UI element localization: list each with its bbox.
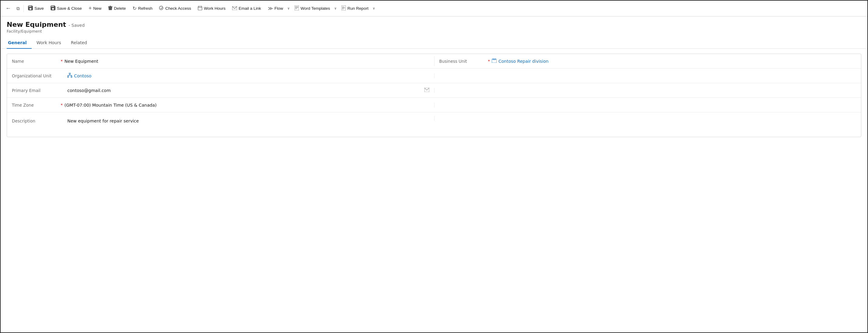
check-access-icon xyxy=(159,6,164,11)
word-templates-button[interactable]: Word Templates xyxy=(291,4,333,13)
run-report-label: Run Report xyxy=(347,6,368,11)
save-button[interactable]: Save xyxy=(25,4,47,13)
word-templates-button-group: Word Templates ∨ xyxy=(291,4,338,13)
run-report-button-group: Run Report ∨ xyxy=(339,4,376,13)
run-report-icon xyxy=(342,5,346,11)
org-unit-icon xyxy=(67,73,72,79)
svg-rect-18 xyxy=(71,76,72,78)
time-zone-label: Time Zone xyxy=(12,103,61,108)
tabs: General Work Hours Related xyxy=(1,35,867,49)
business-unit-icon xyxy=(492,59,497,64)
org-unit-value[interactable]: Contoso xyxy=(74,73,429,78)
flow-icon: ≫ xyxy=(268,5,273,11)
save-close-icon xyxy=(51,5,56,11)
svg-rect-17 xyxy=(67,76,68,78)
check-access-button[interactable]: Check Access xyxy=(156,4,194,13)
run-report-caret-button[interactable]: ∨ xyxy=(371,5,376,12)
email-link-icon xyxy=(232,6,237,11)
save-icon xyxy=(28,5,33,11)
flow-button-group: ≫ Flow ∨ xyxy=(265,4,291,13)
form-right-business-unit: Business Unit * Contoso Repair division xyxy=(434,56,861,66)
business-unit-value[interactable]: Contoso Repair division xyxy=(498,59,856,64)
description-label: Description xyxy=(12,119,61,123)
name-value[interactable]: New Equipment xyxy=(65,59,429,64)
delete-icon xyxy=(108,5,113,11)
word-templates-caret-icon: ∨ xyxy=(334,6,337,10)
delete-label: Delete xyxy=(114,6,126,11)
form-section: Name * New Equipment Business Unit * Con… xyxy=(7,54,861,137)
back-button[interactable]: ← xyxy=(3,3,13,13)
save-close-button[interactable]: Save & Close xyxy=(48,4,85,13)
name-label: Name xyxy=(12,59,61,64)
page-title: New Equipment xyxy=(7,21,66,28)
svg-rect-6 xyxy=(294,5,299,10)
form-left-name: Name * New Equipment xyxy=(7,56,434,66)
primary-email-label: Primary Email xyxy=(12,88,61,93)
form-row-description: Description New equipment for repair ser… xyxy=(7,113,861,137)
email-action-icon[interactable] xyxy=(425,88,429,93)
save-close-label: Save & Close xyxy=(57,6,82,11)
new-button[interactable]: + New xyxy=(86,3,105,13)
new-icon: + xyxy=(89,5,92,11)
email-link-button[interactable]: Email a Link xyxy=(229,4,264,13)
form-left-org-unit: Organizational Unit Contoso xyxy=(7,70,434,81)
time-zone-required: * xyxy=(61,103,63,107)
form-right-empty-4 xyxy=(434,116,861,121)
tab-work-hours[interactable]: Work Hours xyxy=(32,38,66,49)
work-hours-button[interactable]: Work Hours xyxy=(195,4,228,13)
work-hours-label: Work Hours xyxy=(204,6,225,11)
name-required: * xyxy=(61,59,63,63)
maximize-button[interactable]: ⧉ xyxy=(14,4,22,13)
page-saved-status: - Saved xyxy=(68,23,85,28)
tab-general[interactable]: General xyxy=(7,38,32,49)
word-templates-label: Word Templates xyxy=(301,6,330,11)
check-access-label: Check Access xyxy=(165,6,191,11)
delete-button[interactable]: Delete xyxy=(105,4,129,13)
form-row-org-unit: Organizational Unit Contoso xyxy=(7,68,861,83)
word-templates-caret-button[interactable]: ∨ xyxy=(333,5,338,12)
maximize-icon: ⧉ xyxy=(17,6,20,11)
business-unit-required: * xyxy=(488,59,490,63)
org-unit-label: Organizational Unit xyxy=(12,73,61,78)
run-report-button[interactable]: Run Report xyxy=(339,4,371,13)
email-row-inner: contoso@gmail.com xyxy=(67,88,429,93)
toolbar: ← ⧉ Save Save & Close + New Delete ↻ Ref… xyxy=(1,1,867,17)
svg-rect-1 xyxy=(198,6,202,10)
email-link-label: Email a Link xyxy=(239,6,261,11)
time-zone-value[interactable]: (GMT-07:00) Mountain Time (US & Canada) xyxy=(65,103,429,108)
new-label: New xyxy=(93,6,101,11)
flow-label: Flow xyxy=(275,6,283,11)
form-row-name: Name * New Equipment Business Unit * Con… xyxy=(7,54,861,68)
refresh-label: Refresh xyxy=(138,6,152,11)
run-report-caret-icon: ∨ xyxy=(373,6,375,10)
form-left-email: Primary Email contoso@gmail.com xyxy=(7,85,434,95)
toolbar-divider-1 xyxy=(24,5,24,12)
flow-caret-icon: ∨ xyxy=(287,6,290,10)
form-right-empty-3 xyxy=(434,103,861,108)
description-value[interactable]: New equipment for repair service xyxy=(67,119,429,123)
svg-rect-16 xyxy=(69,73,70,74)
page-header: New Equipment - Saved Facility/Equipment xyxy=(1,17,867,35)
refresh-button[interactable]: ↻ Refresh xyxy=(129,4,155,13)
primary-email-value[interactable]: contoso@gmail.com xyxy=(67,88,422,93)
tab-related[interactable]: Related xyxy=(66,38,92,49)
form-row-email: Primary Email contoso@gmail.com xyxy=(7,83,861,98)
business-unit-label: Business Unit xyxy=(439,59,488,64)
work-hours-icon xyxy=(198,6,202,11)
form-left-description: Description New equipment for repair ser… xyxy=(7,116,434,126)
form-left-timezone: Time Zone * (GMT-07:00) Mountain Time (U… xyxy=(7,100,434,110)
form-row-timezone: Time Zone * (GMT-07:00) Mountain Time (U… xyxy=(7,98,861,113)
form-right-empty-2 xyxy=(434,88,861,93)
flow-caret-button[interactable]: ∨ xyxy=(286,5,291,12)
refresh-icon: ↻ xyxy=(132,5,136,11)
svg-point-0 xyxy=(159,6,163,10)
word-templates-icon xyxy=(294,5,299,11)
form-right-empty-1 xyxy=(434,73,861,78)
save-label: Save xyxy=(34,6,44,11)
page-subtitle: Facility/Equipment xyxy=(7,29,861,33)
flow-button[interactable]: ≫ Flow xyxy=(265,4,286,13)
back-icon: ← xyxy=(5,5,11,11)
